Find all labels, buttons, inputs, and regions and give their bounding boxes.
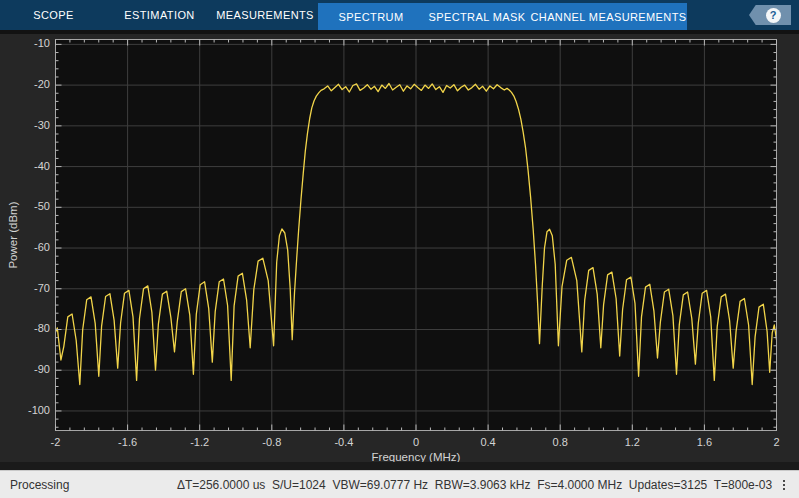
y-tick-label: -60	[0, 241, 50, 254]
y-tick-label: -30	[0, 119, 50, 132]
y-axis-title: Power (dBm)	[7, 175, 21, 295]
status-text: Processing	[10, 478, 172, 492]
x-tick-label: 1.6	[682, 436, 726, 448]
x-tick-label: 2	[755, 436, 799, 448]
y-tick-label: -80	[0, 322, 50, 335]
help-icon: ?	[766, 8, 781, 23]
scope-figure: Power (dBm) -2-1.6-1.2-0.8-0.400.40.81.2…	[0, 34, 799, 470]
spectrum-plot	[55, 39, 777, 431]
spectrum-analyzer-window: SCOPE ESTIMATION MEASUREMENTS SPECTRUM S…	[0, 0, 799, 498]
tab-spectral-mask[interactable]: SPECTRAL MASK	[424, 3, 530, 30]
x-tick-label: 0.4	[466, 436, 510, 448]
tab-channel-measurements[interactable]: CHANNEL MEASUREMENTS	[530, 3, 687, 30]
tab-spectrum[interactable]: SPECTRUM	[318, 3, 424, 30]
y-tick-label: -40	[0, 160, 50, 173]
y-tick-label: -90	[0, 363, 50, 376]
tab-measurements[interactable]: MEASUREMENTS	[212, 0, 318, 30]
x-tick-label: -0.4	[322, 436, 366, 448]
status-bar: Processing ΔT=256.0000 us S/U=1024 VBW=6…	[0, 470, 799, 498]
y-tick-label: -20	[0, 78, 50, 91]
x-tick-label: -1.6	[106, 436, 150, 448]
y-tick-label: -70	[0, 282, 50, 295]
y-tick-label: -50	[0, 200, 50, 213]
status-measurements: ΔT=256.0000 us S/U=1024 VBW=69.0777 Hz R…	[172, 478, 777, 492]
y-tick-label: -10	[0, 37, 50, 50]
x-tick-label: 0	[394, 436, 438, 448]
x-tick-label: -1.2	[178, 436, 222, 448]
x-tick-label: 0.8	[538, 436, 582, 448]
tab-scope[interactable]: SCOPE	[0, 0, 107, 30]
tab-estimation[interactable]: ESTIMATION	[107, 0, 212, 30]
overflow-menu-icon[interactable]	[777, 477, 791, 493]
x-tick-label: -2	[34, 436, 78, 448]
y-tick-label: -100	[0, 404, 50, 417]
toolstrip: SCOPE ESTIMATION MEASUREMENTS SPECTRUM S…	[0, 0, 799, 30]
figure-bottom-strip	[0, 462, 799, 470]
help-button[interactable]: ?	[749, 5, 791, 25]
x-tick-label: 1.2	[610, 436, 654, 448]
plot-area[interactable]	[55, 39, 777, 431]
x-tick-label: -0.8	[250, 436, 294, 448]
